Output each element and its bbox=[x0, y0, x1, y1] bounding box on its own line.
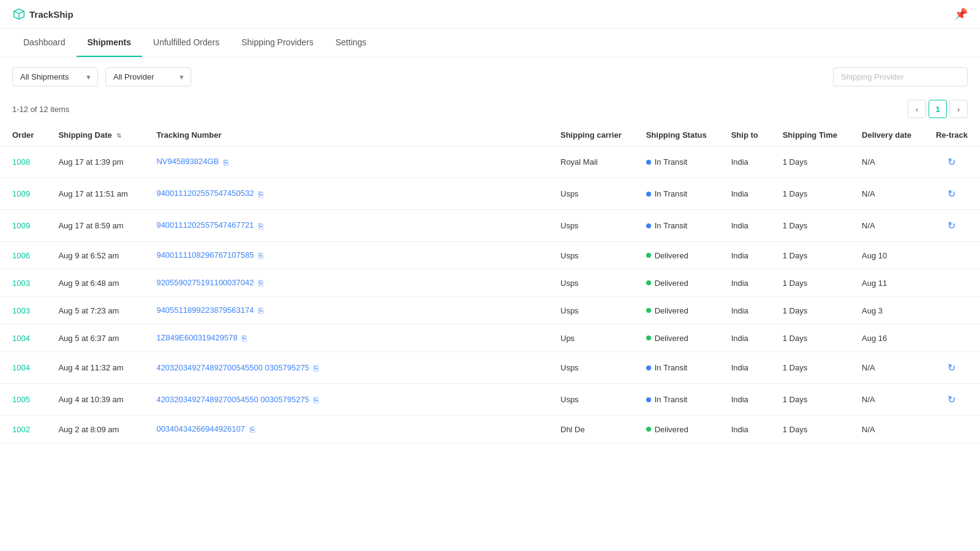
tracking-number-link[interactable]: 9400111202557547467721 bbox=[156, 220, 254, 230]
col-header-delivery-date: Delivery date bbox=[850, 124, 924, 146]
next-page-button[interactable]: › bbox=[949, 100, 968, 118]
copy-icon[interactable]: ⎘ bbox=[314, 364, 318, 373]
retrack-button[interactable]: ↻ bbox=[946, 361, 957, 375]
status-badge: Delivered bbox=[646, 279, 707, 288]
tracking-number-link[interactable]: 1Z849E600319429578 bbox=[156, 333, 237, 342]
tracking-number-link[interactable]: NV945893824GB bbox=[156, 157, 219, 166]
order-link[interactable]: 1003 bbox=[12, 279, 30, 288]
cell-retrack: ↻ bbox=[924, 384, 980, 416]
cell-carrier: Ups bbox=[548, 324, 634, 352]
order-link[interactable]: 1003 bbox=[12, 306, 30, 315]
retrack-button[interactable]: ↻ bbox=[946, 219, 957, 233]
tracking-number-link[interactable]: 420320349274892700545500 0305795275 bbox=[156, 363, 309, 372]
table-row: 1003 Aug 5 at 7:23 am 940551189922387956… bbox=[0, 297, 980, 324]
cell-status: In Transit bbox=[634, 352, 719, 384]
cell-retrack bbox=[924, 324, 980, 352]
cell-delivery-date: N/A bbox=[850, 352, 924, 384]
copy-icon[interactable]: ⎘ bbox=[242, 334, 247, 343]
status-badge: In Transit bbox=[646, 221, 707, 230]
copy-icon[interactable]: ⎘ bbox=[258, 222, 263, 231]
cell-shipping-time: 1 Days bbox=[771, 324, 850, 352]
order-link[interactable]: 1004 bbox=[12, 363, 30, 372]
status-dot bbox=[646, 365, 651, 370]
cell-date: Aug 4 at 11:32 am bbox=[46, 352, 144, 384]
cell-carrier: Usps bbox=[548, 352, 634, 384]
pagination: ‹ 1 › bbox=[908, 100, 968, 118]
cell-retrack bbox=[924, 416, 980, 443]
cell-carrier: Usps bbox=[548, 210, 634, 242]
tracking-number-link[interactable]: 42032034927489270054550 00305795275 bbox=[156, 395, 309, 404]
cell-carrier: Usps bbox=[548, 242, 634, 269]
col-header-shipping-date[interactable]: Shipping Date ⇅ bbox=[46, 124, 144, 146]
tracking-number-link[interactable]: 9405511899223879563174 bbox=[156, 305, 254, 315]
nav-unfulfilled-orders[interactable]: Unfulfilled Orders bbox=[142, 29, 230, 57]
cell-status: In Transit bbox=[634, 210, 719, 242]
cell-order: 1006 bbox=[0, 242, 46, 269]
cell-shipping-time: 1 Days bbox=[771, 210, 850, 242]
cell-shipping-time: 1 Days bbox=[771, 178, 850, 210]
order-link[interactable]: 1004 bbox=[12, 334, 30, 343]
order-link[interactable]: 1008 bbox=[12, 157, 30, 167]
status-label: In Transit bbox=[655, 363, 687, 372]
nav-settings[interactable]: Settings bbox=[325, 29, 378, 57]
top-bar: TrackShip 📌 bbox=[0, 0, 980, 29]
nav-shipping-providers[interactable]: Shipping Providers bbox=[230, 29, 325, 57]
order-link[interactable]: 1009 bbox=[12, 221, 30, 230]
copy-icon[interactable]: ⎘ bbox=[314, 395, 318, 405]
status-badge: In Transit bbox=[646, 189, 707, 198]
copy-icon[interactable]: ⎘ bbox=[250, 425, 255, 434]
order-link[interactable]: 1002 bbox=[12, 425, 30, 434]
cell-delivery-date: Aug 10 bbox=[850, 242, 924, 269]
cell-date: Aug 5 at 6:37 am bbox=[46, 324, 144, 352]
order-link[interactable]: 1009 bbox=[12, 189, 30, 198]
col-header-ship-to: Ship to bbox=[719, 124, 771, 146]
shipping-provider-search[interactable] bbox=[833, 67, 968, 86]
cell-ship-to: India bbox=[719, 242, 771, 269]
copy-icon[interactable]: ⎘ bbox=[224, 158, 228, 167]
order-link[interactable]: 1006 bbox=[12, 251, 30, 260]
col-header-tracking: Tracking Number bbox=[144, 124, 548, 146]
cell-shipping-time: 1 Days bbox=[771, 297, 850, 324]
order-link[interactable]: 1005 bbox=[12, 395, 30, 404]
prev-page-button[interactable]: ‹ bbox=[908, 100, 926, 118]
retrack-button[interactable]: ↻ bbox=[946, 187, 957, 201]
cell-carrier: Usps bbox=[548, 384, 634, 416]
status-badge: In Transit bbox=[646, 157, 707, 167]
nav-shipments[interactable]: Shipments bbox=[77, 29, 143, 57]
cell-status: Delivered bbox=[634, 297, 719, 324]
retrack-button[interactable]: ↻ bbox=[946, 155, 957, 169]
cell-delivery-date: N/A bbox=[850, 384, 924, 416]
cell-ship-to: India bbox=[719, 146, 771, 178]
filters-bar: All Shipments ▼ All Provider ▼ bbox=[0, 58, 980, 96]
status-dot bbox=[646, 280, 651, 285]
table-row: 1004 Aug 4 at 11:32 am 42032034927489270… bbox=[0, 352, 980, 384]
cell-date: Aug 9 at 6:48 am bbox=[46, 269, 144, 297]
retrack-button[interactable]: ↻ bbox=[946, 392, 957, 407]
status-dot bbox=[646, 308, 651, 313]
tracking-number-link[interactable]: 9400111202557547450532 bbox=[156, 189, 254, 198]
logo: TrackShip bbox=[12, 7, 74, 21]
cell-date: Aug 2 at 8:09 am bbox=[46, 416, 144, 443]
cell-delivery-date: N/A bbox=[850, 178, 924, 210]
nav-dashboard[interactable]: Dashboard bbox=[12, 29, 77, 57]
copy-icon[interactable]: ⎘ bbox=[258, 306, 263, 315]
status-dot bbox=[646, 427, 651, 432]
provider-filter[interactable]: All Provider bbox=[105, 67, 191, 86]
tracking-number-link[interactable]: 9400111108296767107585 bbox=[156, 250, 254, 260]
cell-tracking: 42032034927489270054550 00305795275 ⎘ bbox=[144, 384, 548, 416]
cell-delivery-date: N/A bbox=[850, 146, 924, 178]
tracking-number-link[interactable]: 9205590275191100037042 bbox=[156, 278, 254, 287]
cell-delivery-date: N/A bbox=[850, 416, 924, 443]
copy-icon[interactable]: ⎘ bbox=[258, 190, 263, 199]
tracking-number-link[interactable]: 00340434266944926107 bbox=[156, 424, 245, 433]
cell-shipping-time: 1 Days bbox=[771, 384, 850, 416]
status-badge: Delivered bbox=[646, 334, 707, 343]
col-header-order[interactable]: Order bbox=[0, 124, 46, 146]
cell-shipping-time: 1 Days bbox=[771, 242, 850, 269]
cell-ship-to: India bbox=[719, 178, 771, 210]
copy-icon[interactable]: ⎘ bbox=[258, 279, 263, 288]
copy-icon[interactable]: ⎘ bbox=[258, 251, 263, 260]
page-1-button[interactable]: 1 bbox=[929, 100, 947, 118]
cell-tracking: 9405511899223879563174 ⎘ bbox=[144, 297, 548, 324]
shipment-filter[interactable]: All Shipments bbox=[12, 67, 98, 86]
